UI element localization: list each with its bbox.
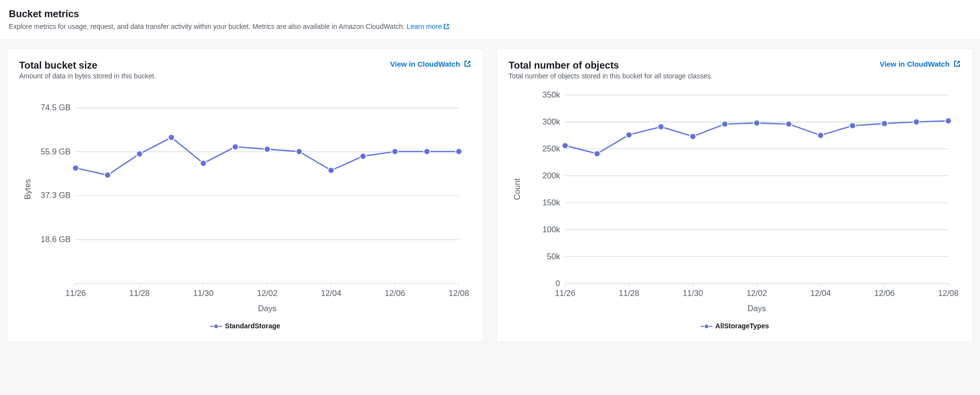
svg-point-31 <box>264 146 270 152</box>
svg-point-37 <box>456 148 462 155</box>
svg-text:74.5 GB: 74.5 GB <box>41 103 71 112</box>
svg-text:37.3 GB: 37.3 GB <box>41 191 71 200</box>
svg-point-27 <box>136 151 143 157</box>
svg-point-77 <box>690 133 696 140</box>
svg-point-87 <box>704 324 709 328</box>
svg-point-82 <box>849 123 856 129</box>
svg-text:12/04: 12/04 <box>810 289 831 298</box>
svg-text:11/28: 11/28 <box>619 289 639 298</box>
svg-point-30 <box>232 144 239 150</box>
chart-svg: 050k100k150k200k250k300k350k11/2611/2811… <box>509 89 961 315</box>
chart-legend: StandardStorage <box>19 322 471 330</box>
chart-bucket-size: 18.6 GB37.3 GB55.9 GB74.5 GB11/2611/2811… <box>19 89 471 330</box>
view-link-text: View in CloudWatch <box>880 60 950 68</box>
svg-point-35 <box>392 148 398 155</box>
panel-title: Total number of objects <box>509 60 712 71</box>
page-title: Bucket metrics <box>9 7 971 21</box>
svg-point-28 <box>168 134 174 141</box>
external-link-icon <box>443 23 450 30</box>
svg-text:12/02: 12/02 <box>257 289 278 298</box>
svg-point-76 <box>658 123 664 130</box>
svg-point-39 <box>214 324 219 328</box>
svg-point-74 <box>594 150 600 157</box>
svg-point-25 <box>73 165 79 171</box>
view-link-text: View in CloudWatch <box>390 60 460 68</box>
panel-subtitle: Total number of objects stored in this b… <box>509 72 712 80</box>
svg-point-85 <box>945 118 952 124</box>
view-in-cloudwatch-link[interactable]: View in CloudWatch <box>390 60 471 68</box>
page-header: Bucket metrics Explore metrics for usage… <box>0 0 980 40</box>
legend-marker-icon <box>701 323 712 329</box>
legend-marker-icon <box>210 323 222 329</box>
svg-text:11/26: 11/26 <box>555 289 576 298</box>
svg-text:0: 0 <box>556 279 560 288</box>
chart-object-count: 050k100k150k200k250k300k350k11/2611/2811… <box>509 89 961 330</box>
svg-text:12/08: 12/08 <box>938 289 959 298</box>
svg-point-36 <box>424 148 430 155</box>
view-in-cloudwatch-link[interactable]: View in CloudWatch <box>880 60 961 68</box>
chart-svg: 18.6 GB37.3 GB55.9 GB74.5 GB11/2611/2811… <box>19 89 471 315</box>
svg-point-75 <box>626 132 632 138</box>
learn-more-link[interactable]: Learn more <box>407 23 450 30</box>
external-link-icon <box>953 60 961 68</box>
svg-point-34 <box>360 153 366 159</box>
svg-text:12/06: 12/06 <box>385 289 405 298</box>
panel-subtitle: Amount of data in bytes stored in this b… <box>19 72 156 80</box>
learn-more-text: Learn more <box>407 23 442 30</box>
svg-text:50k: 50k <box>547 252 561 261</box>
svg-point-81 <box>817 132 824 139</box>
svg-point-26 <box>104 172 111 178</box>
svg-text:350k: 350k <box>542 90 561 99</box>
svg-text:100k: 100k <box>542 225 561 234</box>
svg-point-73 <box>562 143 568 149</box>
svg-point-32 <box>296 148 302 155</box>
svg-text:55.9 GB: 55.9 GB <box>41 147 71 156</box>
page-subtitle: Explore metrics for usage, request, and … <box>9 23 971 30</box>
svg-text:11/26: 11/26 <box>66 289 86 298</box>
chart-legend: AllStorageTypes <box>509 322 961 330</box>
svg-text:300k: 300k <box>542 117 561 126</box>
svg-text:18.6 GB: 18.6 GB <box>41 235 71 244</box>
svg-text:250k: 250k <box>542 144 561 153</box>
svg-point-78 <box>722 121 728 127</box>
svg-point-84 <box>913 119 920 125</box>
svg-text:200k: 200k <box>542 171 561 180</box>
svg-text:11/28: 11/28 <box>129 289 150 298</box>
panel-title: Total bucket size <box>19 60 156 71</box>
panel-object-count: Total number of objects Total number of … <box>496 49 973 342</box>
external-link-icon <box>464 60 471 68</box>
svg-point-29 <box>200 160 207 167</box>
svg-text:12/06: 12/06 <box>874 289 895 298</box>
svg-point-79 <box>754 120 760 126</box>
panels-row: Total bucket size Amount of data in byte… <box>0 40 980 351</box>
legend-label: AllStorageTypes <box>715 322 769 330</box>
legend-label: StandardStorage <box>225 322 280 330</box>
svg-text:12/04: 12/04 <box>321 289 342 298</box>
svg-text:11/30: 11/30 <box>193 289 214 298</box>
svg-text:150k: 150k <box>542 198 561 207</box>
svg-text:12/02: 12/02 <box>747 289 767 298</box>
svg-text:11/30: 11/30 <box>683 289 703 298</box>
svg-point-83 <box>882 121 888 127</box>
svg-text:Bytes: Bytes <box>23 179 32 199</box>
panel-bucket-size: Total bucket size Amount of data in byte… <box>7 49 484 342</box>
svg-text:Days: Days <box>258 304 276 313</box>
panel-head: Total bucket size Amount of data in byte… <box>19 60 471 80</box>
svg-point-33 <box>328 167 334 173</box>
subtitle-text: Explore metrics for usage, request, and … <box>9 23 407 30</box>
svg-text:Count: Count <box>513 178 522 200</box>
svg-point-80 <box>785 121 792 127</box>
svg-text:12/08: 12/08 <box>449 289 469 298</box>
svg-text:Days: Days <box>747 304 766 313</box>
panel-head: Total number of objects Total number of … <box>509 60 961 80</box>
